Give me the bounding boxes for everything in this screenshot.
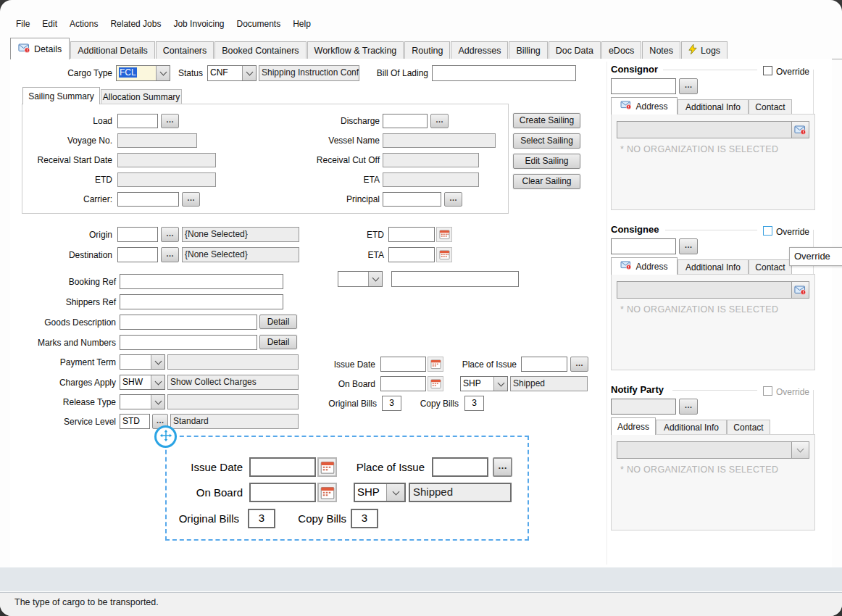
issue-date-calendar-icon-large[interactable] [317, 457, 337, 477]
consignor-lookup-button[interactable]: … [679, 78, 698, 94]
consignee-tab-additional-info[interactable]: Additional Info [678, 259, 749, 275]
consignor-tab-address[interactable]: Address [611, 97, 678, 115]
clear-sailing-button[interactable]: Clear Sailing [513, 174, 580, 189]
copy-bills-input[interactable]: 3 [464, 396, 484, 411]
principal-lookup-button[interactable]: … [444, 192, 462, 207]
tab-routing[interactable]: Routing [404, 41, 450, 59]
notify-tab-address[interactable]: Address [611, 417, 656, 435]
destination-input[interactable] [117, 247, 158, 262]
eta-input[interactable] [388, 247, 435, 262]
bill-of-lading-input[interactable] [432, 65, 576, 81]
principal-input[interactable] [383, 192, 441, 207]
menu-documents[interactable]: Documents [236, 19, 280, 29]
chevron-down-icon[interactable] [156, 66, 170, 80]
chevron-down-icon[interactable] [386, 484, 404, 501]
tab-edocs[interactable]: eDocs [601, 41, 641, 59]
place-of-issue-input-large[interactable] [432, 457, 488, 477]
on-board-input-large[interactable] [249, 483, 316, 502]
etd-input[interactable] [388, 227, 435, 242]
service-level-input[interactable]: STD [120, 414, 150, 429]
on-board-input[interactable] [380, 376, 426, 391]
carrier-lookup-button[interactable]: … [182, 192, 200, 207]
tab-details[interactable]: Details [10, 38, 70, 59]
discharge-input[interactable] [383, 114, 428, 128]
chevron-down-icon[interactable] [151, 395, 164, 409]
origin-input[interactable] [117, 227, 158, 242]
charges-apply-combo[interactable]: SHW [120, 375, 165, 390]
consignee-address-selector[interactable] [617, 281, 809, 299]
menu-file[interactable]: File [16, 19, 30, 29]
place-of-issue-input[interactable] [521, 357, 567, 372]
mail-alert-icon[interactable] [791, 282, 809, 298]
consignor-override-checkbox[interactable] [763, 66, 772, 75]
chevron-down-icon[interactable] [493, 377, 507, 391]
consignee-lookup-button[interactable]: … [679, 238, 698, 254]
consignee-tab-address[interactable]: Address [611, 257, 678, 275]
goods-description-input[interactable] [120, 315, 257, 330]
tab-doc-data[interactable]: Doc Data [549, 41, 601, 59]
consignor-code-input[interactable] [611, 78, 676, 94]
place-of-issue-lookup-button-large[interactable]: … [493, 457, 512, 477]
reference-type-combo[interactable] [338, 271, 383, 287]
chevron-down-icon[interactable] [151, 375, 164, 389]
issue-date-input[interactable] [380, 357, 426, 372]
on-board-status-combo[interactable]: SHP [460, 376, 508, 391]
release-type-combo[interactable] [120, 394, 165, 409]
tab-containers[interactable]: Containers [156, 41, 214, 59]
issue-date-calendar-icon[interactable] [428, 357, 443, 372]
cargo-type-combo[interactable]: FCL [116, 65, 170, 81]
mail-alert-icon[interactable] [791, 122, 809, 138]
menu-actions[interactable]: Actions [70, 19, 98, 29]
load-input[interactable] [117, 114, 158, 128]
menu-help[interactable]: Help [293, 19, 311, 29]
marks-numbers-input[interactable] [120, 335, 257, 350]
origin-lookup-button[interactable]: … [161, 227, 179, 242]
discharge-lookup-button[interactable]: … [430, 114, 449, 128]
on-board-calendar-icon[interactable] [428, 376, 443, 391]
on-board-status-combo-large[interactable]: SHP [354, 483, 406, 502]
marks-detail-button[interactable]: Detail [259, 335, 297, 349]
place-of-issue-lookup-button[interactable]: … [570, 357, 588, 372]
tab-booked-containers[interactable]: Booked Containers [214, 41, 306, 59]
consignor-address-selector[interactable] [617, 121, 809, 138]
notify-lookup-button[interactable]: … [679, 399, 698, 415]
consignee-tab-contact[interactable]: Contact [749, 259, 792, 275]
tab-addresses[interactable]: Addresses [451, 41, 508, 59]
tab-billing[interactable]: Billing [509, 41, 547, 59]
tab-allocation-summary[interactable]: Allocation Summary [101, 89, 182, 104]
tab-logs[interactable]: Logs [681, 41, 728, 59]
destination-lookup-button[interactable]: … [161, 247, 179, 262]
load-lookup-button[interactable]: … [161, 114, 179, 128]
carrier-input[interactable] [117, 192, 179, 207]
copy-bills-input-large[interactable]: 3 [351, 509, 378, 528]
notify-override-checkbox[interactable] [763, 386, 772, 396]
chevron-down-icon[interactable] [151, 355, 164, 369]
tab-workflow-tracking[interactable]: Workflow & Tracking [307, 41, 404, 59]
status-combo[interactable]: CNF [207, 65, 257, 81]
menu-edit[interactable]: Edit [42, 19, 57, 29]
booking-ref-input[interactable] [120, 274, 283, 289]
tab-sailing-summary[interactable]: Sailing Summary [22, 87, 100, 104]
consignee-code-input[interactable] [611, 238, 676, 254]
etd-calendar-icon[interactable] [436, 227, 452, 242]
consignor-tab-additional-info[interactable]: Additional Info [678, 99, 749, 115]
menu-job-invoicing[interactable]: Job Invoicing [173, 19, 224, 29]
tab-additional-details[interactable]: Additional Details [70, 41, 155, 59]
notify-tab-additional-info[interactable]: Additional Info [656, 420, 727, 435]
original-bills-input[interactable]: 3 [382, 396, 401, 411]
goods-detail-button[interactable]: Detail [259, 315, 297, 329]
create-sailing-button[interactable]: Create Sailing [513, 113, 580, 128]
shippers-ref-input[interactable] [120, 294, 283, 309]
select-sailing-button[interactable]: Select Sailing [513, 133, 580, 149]
notify-tab-contact[interactable]: Contact [727, 420, 770, 435]
edit-sailing-button[interactable]: Edit Sailing [513, 154, 580, 169]
chevron-down-icon[interactable] [368, 272, 382, 286]
original-bills-input-large[interactable]: 3 [248, 509, 275, 528]
consignee-override-checkbox[interactable] [763, 226, 772, 236]
tab-notes[interactable]: Notes [642, 41, 680, 59]
chevron-down-icon[interactable] [242, 66, 256, 80]
consignor-tab-contact[interactable]: Contact [749, 99, 792, 115]
reference-value-input[interactable] [391, 271, 519, 287]
payment-term-combo[interactable] [120, 354, 165, 370]
issue-date-input-large[interactable] [249, 457, 316, 477]
